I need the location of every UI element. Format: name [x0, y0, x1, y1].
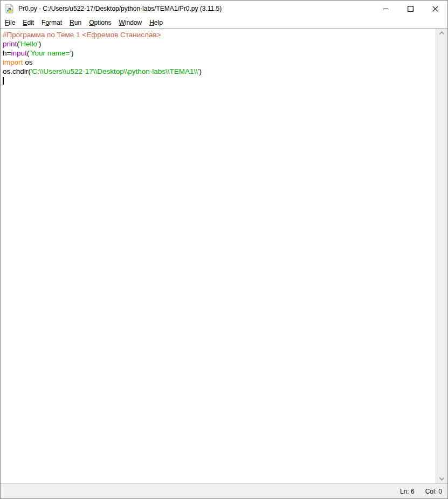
code-line: #Программа по Теме 1 <Ефремов Станислав>	[3, 30, 435, 39]
code-token-comment: #Программа по Теме 1 <Ефремов Станислав>	[3, 31, 161, 39]
menu-bar: FileEditFormatRunOptionsWindowHelp	[1, 17, 447, 29]
code-line: import os	[3, 58, 435, 67]
menu-item-file[interactable]: File	[1, 18, 19, 27]
code-token-builtin: input	[11, 49, 26, 57]
code-token-plain: os	[23, 58, 33, 66]
menu-item-options[interactable]: Options	[85, 18, 115, 27]
scroll-down-button[interactable]	[436, 474, 447, 483]
code-line: print('Hello')	[3, 39, 435, 48]
window-title: Pr0.py - C:/Users/u522-17/Desktop/python…	[18, 5, 222, 12]
menu-item-format[interactable]: Format	[38, 18, 66, 27]
close-button[interactable]	[423, 1, 447, 17]
minimize-icon	[383, 6, 389, 12]
code-token-keyword: import	[3, 58, 23, 66]
status-col-number: Col: 0	[420, 488, 447, 495]
vertical-scrollbar[interactable]	[436, 29, 447, 483]
chevron-up-icon	[439, 31, 445, 37]
menu-item-run[interactable]: Run	[66, 18, 85, 27]
scroll-up-button[interactable]	[436, 29, 447, 38]
status-line-number: Ln: 6	[395, 488, 420, 495]
code-token-builtin: print	[3, 40, 17, 48]
code-line: os.chdir('C:\\Users\\u522-17\\Desktop\\p…	[3, 67, 435, 76]
close-icon	[432, 6, 438, 12]
python-file-icon	[5, 4, 15, 13]
menu-item-help[interactable]: Help	[146, 18, 167, 27]
code-token-plain: )	[39, 40, 42, 48]
code-token-string: 'C:\\Users\\u522-17\\Desktop\\python-lab…	[31, 67, 199, 75]
window-controls	[373, 1, 447, 17]
code-text-area[interactable]: #Программа по Теме 1 <Ефремов Станислав>…	[1, 29, 436, 483]
text-caret	[3, 77, 4, 85]
code-token-plain: h=	[3, 49, 11, 57]
minimize-button[interactable]	[373, 1, 398, 17]
code-token-plain: )	[71, 49, 74, 57]
code-token-string: 'Your name='	[29, 49, 71, 57]
code-line: h=input('Your name=')	[3, 48, 435, 58]
menu-item-window[interactable]: Window	[115, 18, 146, 27]
title-bar: Pr0.py - C:/Users/u522-17/Desktop/python…	[1, 1, 447, 17]
status-bar: Ln: 6 Col: 0	[1, 483, 447, 498]
code-token-string: 'Hello'	[19, 40, 39, 48]
maximize-button[interactable]	[398, 1, 423, 17]
editor-region: #Программа по Теме 1 <Ефремов Станислав>…	[1, 29, 447, 483]
code-token-plain: os.chdir(	[3, 67, 31, 75]
menu-item-edit[interactable]: Edit	[19, 18, 38, 27]
maximize-icon	[408, 6, 413, 12]
code-token-plain: )	[199, 67, 202, 75]
code-line	[3, 76, 435, 85]
idle-editor-window: Pr0.py - C:/Users/u522-17/Desktop/python…	[0, 0, 448, 499]
chevron-down-icon	[439, 475, 445, 481]
